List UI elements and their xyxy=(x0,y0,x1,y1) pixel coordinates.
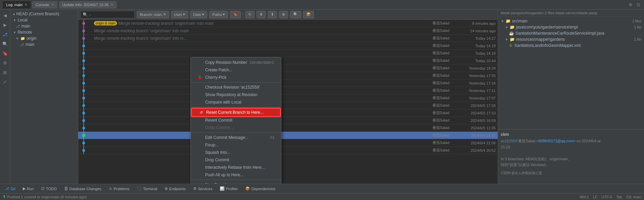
commit-row-15[interactable]: 番茄Salad 2024/6/5 11:05 xyxy=(78,124,498,132)
ctx-fixup[interactable]: Fixup... xyxy=(191,141,281,149)
tab-update-info[interactable]: Update Info: 2024/6/7 15:36 ✕ xyxy=(59,1,117,8)
ctx-create-patch-label: Create Patch... xyxy=(205,68,232,72)
tab-services[interactable]: ⚙ Services xyxy=(190,185,216,192)
ctx-cherry-pick[interactable]: 🍒 Cherry-Pick xyxy=(191,74,281,81)
date-filter-btn[interactable]: Date ▾ xyxy=(190,11,207,18)
commit-row-9[interactable]: 番茄Salad Yesterday 17:16 xyxy=(78,79,498,87)
tree-item-origin[interactable]: ▼ 📁 origin xyxy=(10,35,78,41)
ctx-sep-1 xyxy=(191,82,281,83)
ctx-squash-into[interactable]: Squash Into... xyxy=(191,149,281,156)
commit-row-3[interactable]: Merge remote-tracking branch 'origin/mai… xyxy=(78,35,498,42)
push-btn[interactable]: ⬆ xyxy=(268,11,277,18)
file-item-java-file[interactable]: ☕ SanitationMaintenanceCarRouteServiceIm… xyxy=(498,30,644,36)
layout-icon[interactable]: ⊞ xyxy=(1,68,10,77)
file-item-xml-file[interactable]: 🗎 SanitationLandInfoGeomMapper.xml xyxy=(498,42,644,49)
stash-btn[interactable]: 📦 xyxy=(303,11,314,18)
run-tab-label: Run xyxy=(27,187,34,191)
ctx-revert-commit[interactable]: Revert Commit xyxy=(191,116,281,124)
tab-dependencies[interactable]: 📦 Dependencies xyxy=(242,185,279,192)
commit-row-5[interactable]: 番茄Salad Today 14:16 xyxy=(78,50,498,57)
commit-row-16[interactable]: 番茄Salad 2024/6/4 21:25 xyxy=(78,132,498,139)
back-icon[interactable]: ◀ xyxy=(1,11,10,20)
tree-item-local[interactable]: ▼ Local xyxy=(10,17,78,23)
ctx-new-branch[interactable]: New Branch... xyxy=(191,181,281,184)
commit-row-10[interactable]: 番茄Salad Yesterday 17:11 xyxy=(78,87,498,94)
branch-filter-btn[interactable]: Branch: main ✕ xyxy=(137,11,169,18)
fetch-btn[interactable]: ⬇ xyxy=(257,11,266,18)
tab-problems[interactable]: ⚠ Problems xyxy=(105,185,133,192)
local-arrow: ▼ xyxy=(13,18,16,22)
title-bar: Log: main ✕ Console ✕ Update Info: 2024/… xyxy=(0,0,644,10)
expand-icon[interactable]: ⤢ xyxy=(1,77,10,86)
file-item-src[interactable]: ▼ 📁 src\main 2 files xyxy=(498,18,644,24)
tab-run[interactable]: ▶ Run xyxy=(19,185,37,192)
settings-sidebar-icon[interactable]: ⚙ xyxy=(1,58,10,67)
refresh-btn[interactable]: ↻ xyxy=(245,11,254,18)
commit-author-6: 番茄Salad xyxy=(424,58,451,63)
tab-todo[interactable]: ☑ TODO xyxy=(38,185,60,192)
ctx-reset-branch[interactable]: ↺ Reset Current Branch to Here... xyxy=(192,108,280,116)
commit-row-17[interactable]: 番茄Salad 2024/6/4 21:06 xyxy=(78,139,498,147)
ctx-create-patch[interactable]: Create Patch... xyxy=(191,66,281,74)
commit-row-14[interactable]: 番茄Salad 2024/6/5 16:59 xyxy=(78,117,498,124)
file-item-resources-path[interactable]: ▼ 📁 resources\mapper\gardens 1 file xyxy=(498,36,644,42)
commit-detail-hash-value: ac152559 xyxy=(501,139,517,143)
tab-terminal[interactable]: ⬛ Terminal xyxy=(133,185,161,192)
commit-row-2[interactable]: Merge remote-tracking branch 'origin/mai… xyxy=(78,27,498,35)
status-encoding: UTF-8 xyxy=(601,195,612,199)
bookmark-filter-btn[interactable]: 🔖 xyxy=(230,11,241,18)
commit-date-9: Yesterday 17:16 xyxy=(451,81,496,85)
tab-log-main[interactable]: Log: main ✕ xyxy=(3,1,31,8)
ctx-compare-local[interactable]: Compare with Local xyxy=(191,98,281,106)
ctx-interactively-rebase[interactable]: Interactively Rebase from Here... xyxy=(191,164,281,171)
user-filter-btn[interactable]: User ▾ xyxy=(171,11,188,18)
search-log-btn[interactable]: 🔍 xyxy=(290,11,301,18)
bookmark-icon[interactable]: 🔖 xyxy=(1,49,10,58)
tab-endpoints[interactable]: ⊕ Endpoints xyxy=(161,185,189,192)
search-box[interactable]: 🔍 xyxy=(80,11,135,18)
commit-row-1[interactable]: origin & main Merge remote-tracking bran… xyxy=(78,20,498,27)
tree-item-origin-main[interactable]: ⎇ main xyxy=(10,41,78,48)
settings-icon[interactable]: ⚙ xyxy=(628,2,633,7)
right-panel-top: blade-jiangxinzhougarden 2 files blade-s… xyxy=(498,10,644,129)
commit-date-11: Yesterday 17:07 xyxy=(451,96,496,100)
tab-console-close[interactable]: ✕ xyxy=(51,3,54,6)
commit-row-8[interactable]: 番茄Salad Yesterday 17:55 xyxy=(78,72,498,79)
src-arrow: ▼ xyxy=(501,19,504,23)
tab-git[interactable]: ⎇ Git xyxy=(1,185,19,192)
tree-item-remote[interactable]: ▼ Remote xyxy=(10,29,78,35)
forward-icon[interactable]: ▶ xyxy=(1,20,10,29)
ctx-edit-msg[interactable]: Edit Commit Message... F2 xyxy=(191,134,281,141)
window-controls[interactable]: ⊡ xyxy=(636,2,641,7)
ctx-checkout[interactable]: Checkout Revision 'ac152559' xyxy=(191,84,281,91)
tab-log-main-close[interactable]: ✕ xyxy=(24,3,27,6)
tab-update-info-close[interactable]: ✕ xyxy=(111,3,113,6)
commit-row-7[interactable]: 番茄Salad Yesterday 18:34 xyxy=(78,65,498,72)
tree-item-local-main[interactable]: ⎇ main xyxy=(10,23,78,29)
ctx-push-all[interactable]: Push All up to Here... xyxy=(191,171,281,179)
commit-row-12[interactable]: 番茄Salad 2024/6/5 17:58 xyxy=(78,102,498,109)
commit-row-18[interactable]: 番茄Salad 2024/6/4 20:52 xyxy=(78,147,498,154)
commit-row-6[interactable]: 番茄Salad Today 10:44 xyxy=(78,57,498,65)
paths-filter-btn[interactable]: Paths ▾ xyxy=(209,11,228,18)
commit-author-13: 番茄Salad xyxy=(424,110,451,115)
file-item-java-path[interactable]: ▼ 📁 java\com\yutu\garden\service\impl 1 … xyxy=(498,24,644,30)
merge-btn[interactable]: ⊕ xyxy=(279,11,288,18)
git-icon[interactable]: ⎇ xyxy=(1,30,10,39)
search-sidebar-icon[interactable]: 🔍 xyxy=(1,39,10,48)
commit-row-4[interactable]: 番茄Salad Today 14:19 xyxy=(78,42,498,50)
user-filter-label: User xyxy=(174,13,182,17)
commit-row-13[interactable]: 番茄Salad 2024/6/5 17:10 xyxy=(78,109,498,117)
tab-db[interactable]: 🗄 Database Changes xyxy=(61,186,105,192)
commit-date-15: 2024/6/5 11:05 xyxy=(451,126,496,130)
search-input[interactable] xyxy=(89,13,132,17)
tree-item-head[interactable]: ● HEAD (Current Branch) xyxy=(10,11,78,17)
tab-profiler[interactable]: 📊 Profiler xyxy=(216,185,241,192)
ctx-copy-revision[interactable]: Copy Revision Number Ctrl+Alt+Shift+C xyxy=(191,59,281,66)
commit-row-11[interactable]: 番茄Salad Yesterday 17:07 xyxy=(78,94,498,102)
head-label: HEAD (Current Branch) xyxy=(16,12,59,16)
commit-date-4: Today 14:19 xyxy=(451,44,496,48)
tab-console[interactable]: Console ✕ xyxy=(32,1,57,8)
ctx-drop-commit[interactable]: Drop Commit xyxy=(191,156,281,164)
ctx-show-repo[interactable]: Show Repository at Revision xyxy=(191,91,281,98)
